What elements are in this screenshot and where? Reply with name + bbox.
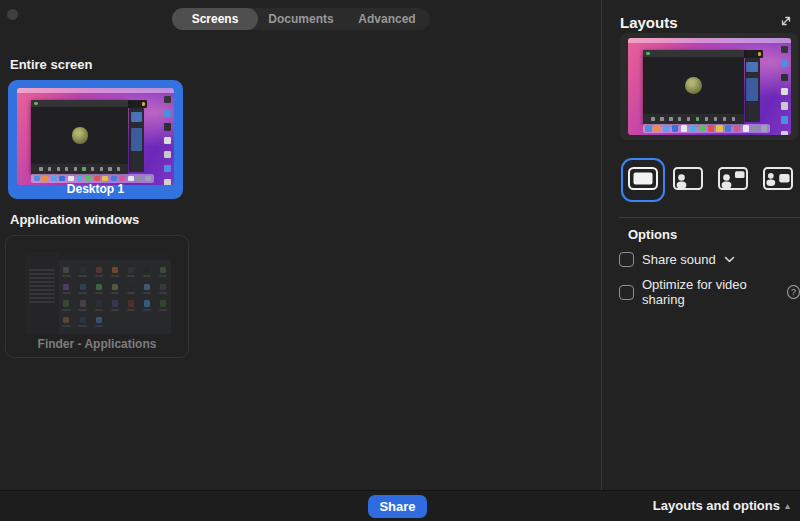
tab-screens[interactable]: Screens <box>172 8 258 30</box>
layouts-options-toggle[interactable]: Layouts and options ▴ <box>653 498 790 513</box>
toolbar-button-icon <box>91 167 94 170</box>
expand-icon[interactable] <box>778 13 794 29</box>
dock-app-icon <box>42 176 48 182</box>
desktop-1-thumbnail <box>17 88 174 185</box>
app-icon <box>96 267 102 273</box>
toolbar-button-icon <box>669 117 672 120</box>
app-icon <box>128 284 134 290</box>
app-icon-label <box>95 309 103 311</box>
app-icon-cell <box>78 297 88 314</box>
dock-app-icon <box>111 176 117 182</box>
app-icon-label <box>159 309 167 311</box>
app-icon <box>160 267 166 273</box>
app-icon-cell <box>110 263 120 280</box>
finder-applications-tile[interactable]: Finder - Applications <box>5 235 189 358</box>
toolbar-button-icon <box>732 117 735 120</box>
layout-side-by-side-button[interactable] <box>762 168 793 192</box>
side-by-side-icon <box>763 167 793 194</box>
app-icon-cell <box>126 263 136 280</box>
dock-app-icon <box>51 176 57 182</box>
finder-thumbnail <box>25 252 171 334</box>
layout-small-video-button[interactable] <box>672 168 703 192</box>
layout-screen-only-button[interactable] <box>621 158 665 202</box>
share-button[interactable]: Share <box>368 495 427 518</box>
desktop-file-icon <box>781 102 788 109</box>
dock-app-icon <box>59 176 65 182</box>
window-control-dot[interactable] <box>7 9 18 20</box>
app-icon-label <box>127 309 135 311</box>
toolbar-button-icon <box>696 117 699 120</box>
app-icon-cell <box>158 263 168 280</box>
share-screen-dialog: Screens Documents Advanced Entire screen… <box>0 0 800 521</box>
dock-app-icon <box>690 125 696 131</box>
app-icon-label <box>78 325 86 327</box>
toolbar-button-icon <box>705 117 708 120</box>
app-icon-label <box>143 275 151 277</box>
sidebar-text-line <box>29 301 55 303</box>
finder-toolbar <box>59 252 171 260</box>
toolbar-button-icon <box>678 117 681 120</box>
chevron-down-icon[interactable] <box>724 256 735 263</box>
tab-documents[interactable]: Documents <box>258 8 344 30</box>
options-heading: Options <box>628 227 677 242</box>
sidebar-text-line <box>29 289 55 291</box>
toolbar-button-icon <box>714 117 717 120</box>
desktop-file-icon <box>781 88 788 95</box>
app-icon-cell <box>126 297 136 314</box>
toolbar-button-icon <box>117 167 120 170</box>
vertical-divider <box>601 0 602 490</box>
share-sound-label: Share sound <box>642 252 716 267</box>
optimize-video-checkbox[interactable] <box>619 285 634 300</box>
layout-preview-thumbnail <box>628 38 791 135</box>
app-icon <box>63 267 69 273</box>
toolbar-button-icon <box>687 117 690 120</box>
sidebar-text-line <box>29 293 55 295</box>
app-icon-cell <box>94 297 104 314</box>
app-icon <box>80 300 86 306</box>
window-body <box>643 57 744 115</box>
sidebar-text-line <box>29 297 55 299</box>
dock-app-icon <box>645 125 651 131</box>
desktop-file-icon <box>164 151 171 158</box>
app-icon-cell <box>158 280 168 297</box>
dock-app-icon <box>672 125 678 131</box>
dock-app-icon <box>94 176 100 182</box>
sidebar-text-line <box>29 269 55 271</box>
app-icon-label <box>143 309 151 311</box>
desktop-file-icon <box>781 74 788 81</box>
participants-panel <box>129 108 144 172</box>
window-body <box>31 107 128 165</box>
app-icon-label <box>111 275 119 277</box>
layouts-heading: Layouts <box>620 14 678 31</box>
dock-app-icon <box>699 125 705 131</box>
app-icon-cell <box>78 280 88 297</box>
share-sound-checkbox[interactable] <box>619 252 634 267</box>
dock-app-icon <box>681 125 687 131</box>
toolbar-button-icon <box>48 167 51 170</box>
sidebar-text-line <box>29 273 55 275</box>
tab-advanced[interactable]: Advanced <box>344 8 430 30</box>
desktop-1-tile[interactable]: Desktop 1 <box>8 80 183 199</box>
dock-app-icon <box>663 125 669 131</box>
layout-video-thumbnail-button[interactable] <box>717 168 748 192</box>
desktop-file-icon <box>781 60 788 67</box>
app-icon-cell <box>158 297 168 314</box>
dock-app-icon <box>708 125 714 131</box>
dock-app-icon <box>734 125 740 131</box>
app-icon-label <box>62 292 70 294</box>
share-sound-row: Share sound <box>619 252 735 267</box>
desktop-1-label: Desktop 1 <box>8 182 183 196</box>
window-titlebar <box>643 50 744 57</box>
participants-panel <box>745 58 760 122</box>
help-icon[interactable]: ? <box>787 285 800 299</box>
optimize-video-row: Optimize for video sharing ? <box>619 277 800 307</box>
sidebar-text-line <box>29 285 55 287</box>
app-icon-cell <box>94 314 104 331</box>
desktop-file-icon <box>164 165 171 172</box>
app-icon <box>160 300 166 306</box>
layouts-options-label: Layouts and options <box>653 498 780 513</box>
dock-app-icon <box>761 125 767 131</box>
entire-screen-heading: Entire screen <box>10 57 92 72</box>
app-icon-cell <box>62 297 72 314</box>
sidebar-divider <box>618 217 800 218</box>
